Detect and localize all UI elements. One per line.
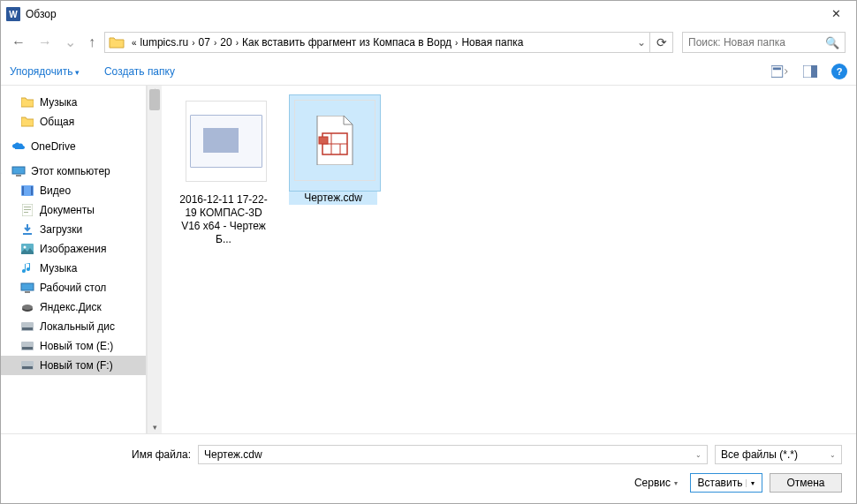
tree-label: Изображения: [40, 243, 106, 255]
expand-icon[interactable]: ›: [1, 142, 4, 152]
collapse-icon[interactable]: ⌄: [1, 167, 4, 177]
refresh-button[interactable]: ⟳: [649, 33, 672, 52]
tree-item[interactable]: Музыка: [1, 93, 146, 112]
address-dropdown[interactable]: ⌄: [633, 36, 649, 49]
cancel-button[interactable]: Отмена: [770, 473, 842, 493]
file-open-dialog: Обзор ✕ ← → ⌄ ↑ « lumpics.ru› 07› 20› Ка…: [0, 0, 857, 504]
svg-rect-7: [22, 186, 24, 195]
search-input[interactable]: [688, 36, 825, 49]
new-folder-button[interactable]: Создать папку: [104, 65, 175, 78]
tree-item[interactable]: Яндекс.Диск: [1, 297, 146, 317]
crumb[interactable]: Новая папка: [461, 36, 523, 49]
back-button[interactable]: ←: [11, 35, 26, 49]
search-box[interactable]: 🔍: [682, 32, 846, 53]
open-button[interactable]: Вставить▾: [690, 473, 762, 493]
tree-item[interactable]: Документы: [1, 200, 146, 220]
yandex-disk-icon: [20, 300, 34, 314]
tree-label: Общая: [40, 116, 74, 128]
tree-item[interactable]: Общая: [1, 112, 146, 132]
svg-rect-17: [25, 291, 30, 293]
forward-button[interactable]: →: [38, 35, 52, 49]
filter-label: Все файлы (*.*): [721, 448, 798, 461]
tree-item[interactable]: Новый том (F:): [1, 356, 146, 375]
tree-item[interactable]: Локальный дис: [1, 317, 146, 336]
tree-item[interactable]: Изображения: [1, 239, 146, 259]
nav-tree[interactable]: Музыка Общая ›OneDrive ⌄Этот компьютер В…: [1, 86, 147, 433]
svg-rect-8: [31, 186, 33, 195]
folder-icon: [109, 36, 125, 49]
dropdown-icon[interactable]: ⌄: [830, 451, 836, 459]
svg-rect-1: [773, 67, 781, 70]
history-dropdown[interactable]: ⌄: [64, 35, 76, 49]
tree-label: Локальный дис: [40, 320, 115, 333]
tree-label: Рабочий стол: [40, 282, 106, 294]
disk-icon: [20, 320, 34, 334]
pc-icon: [11, 164, 26, 178]
tree-item-onedrive[interactable]: ›OneDrive: [1, 137, 146, 156]
titlebar: Обзор ✕: [1, 1, 856, 27]
scroll-thumb[interactable]: [149, 89, 160, 110]
file-item[interactable]: 2016-12-11 17-22-19 КОМПАС-3D V16 x64 - …: [179, 94, 268, 246]
filename-field[interactable]: ⌄: [198, 445, 708, 464]
tree-scrollbar[interactable]: ▴ ▾: [147, 86, 162, 433]
file-thumbnail: [294, 100, 375, 181]
word-icon: [6, 7, 20, 21]
svg-rect-3: [811, 65, 817, 78]
search-icon[interactable]: 🔍: [825, 36, 839, 49]
image-icon: [20, 242, 34, 256]
svg-rect-23: [22, 347, 33, 350]
scroll-down-icon[interactable]: ▾: [148, 421, 162, 433]
svg-rect-12: [24, 212, 28, 213]
window-title: Обзор: [26, 8, 816, 20]
tree-label: Видео: [40, 184, 71, 197]
tree-label: Новый том (E:): [40, 340, 113, 352]
svg-rect-21: [22, 327, 33, 330]
address-bar[interactable]: « lumpics.ru› 07› 20› Как вставить фрагм…: [104, 32, 673, 53]
dropdown-icon[interactable]: ⌄: [695, 451, 702, 459]
crumb[interactable]: 20: [220, 36, 231, 49]
desktop-icon: [20, 281, 34, 295]
filename-input[interactable]: [204, 448, 695, 461]
crumb[interactable]: Как вставить фрагмент из Компаса в Ворд: [242, 36, 451, 49]
nav-arrows: ← → ⌄ ↑: [11, 35, 95, 49]
svg-rect-11: [24, 209, 31, 210]
tree-item[interactable]: Загрузки: [1, 220, 146, 239]
breadcrumbs[interactable]: « lumpics.ru› 07› 20› Как вставить фрагм…: [128, 36, 633, 49]
tree-label: Музыка: [40, 262, 77, 275]
up-button[interactable]: ↑: [88, 35, 95, 49]
tree-item[interactable]: Музыка: [1, 259, 146, 278]
disk-icon: [20, 339, 34, 353]
file-thumbnail: [186, 101, 267, 182]
tree-item[interactable]: Рабочий стол: [1, 278, 146, 297]
svg-point-19: [22, 305, 33, 310]
file-pane[interactable]: 2016-12-11 17-22-19 КОМПАС-3D V16 x64 - …: [162, 86, 856, 433]
tree-item-pc[interactable]: ⌄Этот компьютер: [1, 162, 146, 181]
file-type-filter[interactable]: Все файлы (*.*) ⌄: [715, 445, 842, 464]
tree-label: OneDrive: [31, 140, 76, 153]
svg-rect-25: [22, 366, 33, 369]
tree-label: Яндекс.Диск: [40, 301, 102, 313]
crumb[interactable]: lumpics.ru: [140, 36, 189, 49]
close-button[interactable]: ✕: [816, 2, 856, 27]
help-button[interactable]: ?: [831, 64, 847, 79]
tree-label: Документы: [40, 204, 95, 216]
svg-rect-30: [319, 137, 328, 144]
svg-point-15: [24, 246, 27, 249]
tree-label: Музыка: [40, 96, 77, 109]
tools-menu[interactable]: Сервис▾: [634, 477, 678, 489]
svg-rect-4: [12, 167, 25, 174]
view-mode-button[interactable]: [771, 63, 789, 80]
file-item-selected[interactable]: Чертеж.cdw: [289, 94, 377, 205]
organize-menu[interactable]: Упорядочить: [10, 65, 80, 78]
file-label: Чертеж.cdw: [289, 192, 377, 205]
svg-rect-16: [21, 283, 34, 290]
body: Музыка Общая ›OneDrive ⌄Этот компьютер В…: [1, 86, 856, 433]
preview-pane-button[interactable]: [801, 63, 819, 80]
onedrive-icon: [11, 139, 26, 154]
svg-rect-10: [24, 207, 31, 207]
nav-bar: ← → ⌄ ↑ « lumpics.ru› 07› 20› Как встави…: [1, 27, 856, 57]
tree-item[interactable]: Новый том (E:): [1, 336, 146, 356]
tree-item[interactable]: Видео: [1, 181, 146, 200]
crumb[interactable]: 07: [199, 36, 210, 49]
disk-icon: [20, 358, 34, 372]
